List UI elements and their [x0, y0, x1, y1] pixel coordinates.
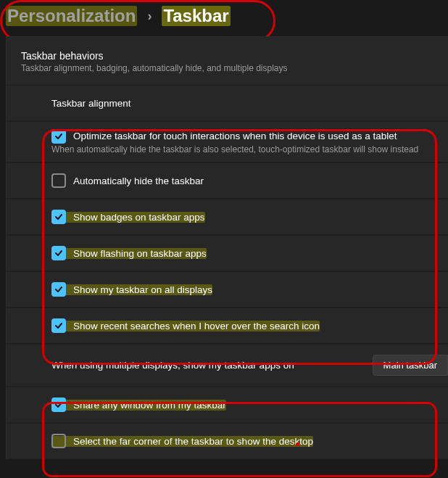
far-corner-row[interactable]: Select the far corner of the taskbar to …	[7, 423, 448, 459]
section-subtitle: Taskbar alignment, badging, automaticall…	[7, 62, 448, 85]
far-corner-checkbox[interactable]	[51, 434, 66, 448]
check-icon	[54, 285, 63, 294]
breadcrumb-parent[interactable]: Personalization	[6, 6, 137, 26]
badges-checkbox[interactable]	[51, 210, 66, 224]
check-icon	[54, 321, 63, 330]
annotation-dot	[296, 442, 299, 446]
all-displays-checkbox[interactable]	[51, 282, 66, 297]
optimize-touch-checkbox[interactable]	[51, 129, 66, 144]
section-title: Taskbar behaviors	[7, 50, 448, 62]
optimize-touch-row[interactable]: Optimize taskbar for touch interactions …	[7, 121, 448, 162]
breadcrumb: Personalization › Taskbar	[6, 6, 442, 26]
flashing-checkbox[interactable]	[51, 246, 66, 260]
share-window-checkbox[interactable]	[51, 397, 66, 412]
recent-searches-label: Show recent searches when I hover over t…	[51, 321, 320, 331]
optimize-touch-label: Optimize taskbar for touch interactions …	[51, 131, 397, 141]
share-window-row[interactable]: Share any window from my taskbar	[7, 387, 448, 423]
breadcrumb-current: Taskbar	[162, 6, 230, 26]
taskbar-alignment-label: Taskbar alignment	[51, 98, 131, 109]
multi-display-row[interactable]: When using multiple displays, show my ta…	[7, 344, 448, 387]
check-icon	[54, 249, 63, 257]
flashing-row[interactable]: Show flashing on taskbar apps	[7, 235, 448, 271]
check-icon	[54, 132, 63, 141]
badges-label: Show badges on taskbar apps	[51, 212, 205, 223]
autohide-checkbox[interactable]	[51, 173, 66, 188]
optimize-touch-sublabel: When automatically hide the taskbar is a…	[51, 141, 434, 154]
autohide-label: Automatically hide the taskbar	[51, 176, 204, 186]
far-corner-label: Select the far corner of the taskbar to …	[51, 436, 313, 447]
share-window-label: Share any window from my taskbar	[51, 400, 226, 411]
multi-display-label: When using multiple displays, show my ta…	[51, 360, 294, 371]
recent-searches-row[interactable]: Show recent searches when I hover over t…	[7, 308, 448, 344]
taskbar-alignment-row[interactable]: Taskbar alignment	[7, 85, 448, 121]
flashing-label: Show flashing on taskbar apps	[51, 248, 207, 259]
chevron-right-icon: ›	[147, 9, 152, 24]
check-icon	[54, 400, 63, 409]
badges-row[interactable]: Show badges on taskbar apps	[7, 199, 448, 235]
all-displays-label: Show my taskbar on all displays	[51, 284, 212, 295]
autohide-row[interactable]: Automatically hide the taskbar	[7, 162, 448, 199]
all-displays-row[interactable]: Show my taskbar on all displays	[7, 271, 448, 308]
check-icon	[54, 213, 63, 221]
recent-searches-checkbox[interactable]	[51, 318, 66, 333]
multi-display-dropdown[interactable]: Main taskbar	[373, 355, 448, 376]
